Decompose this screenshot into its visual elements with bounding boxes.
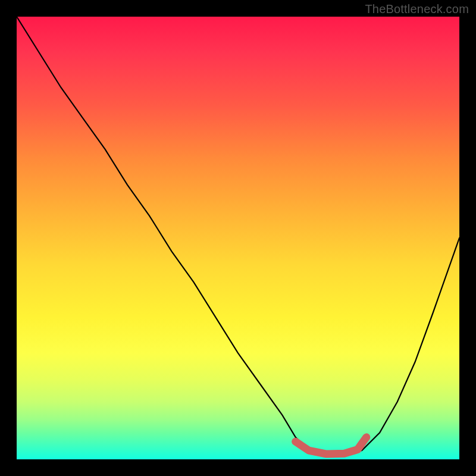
chart-container: TheBottleneck.com bbox=[0, 0, 476, 476]
plot-area bbox=[17, 17, 459, 459]
bottleneck-curve-path bbox=[17, 17, 459, 455]
chart-svg bbox=[17, 17, 459, 459]
optimal-marker-path bbox=[296, 437, 367, 454]
watermark-text: TheBottleneck.com bbox=[365, 2, 469, 16]
